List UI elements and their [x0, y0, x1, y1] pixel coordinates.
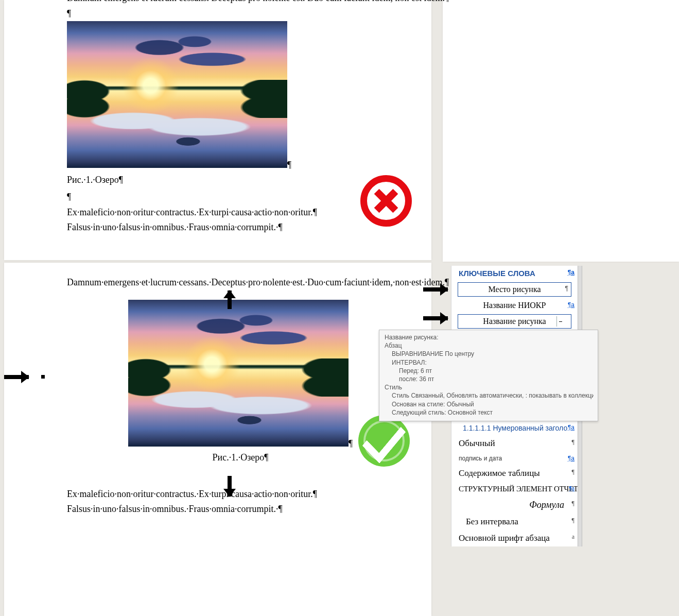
style-item-normal[interactable]: Обычный ¶ [451, 435, 578, 452]
paragraph-text: Damnum·emergens·et·lucrum·cessans.·Decep… [67, 275, 414, 290]
paragraph-text: Falsus·in·uno·falsus·in·omnibus.·Fraus·o… [67, 502, 414, 517]
correct-badge-icon [358, 415, 410, 467]
style-label: Формула [529, 500, 564, 510]
tooltip-line: Следующий стиль: Основной текст [385, 408, 594, 417]
indent-marker-dot [41, 375, 45, 379]
style-item-numbered-h5[interactable]: 1.1.1.1.1 Нумерованный заголо ¶a [451, 421, 578, 435]
arrow-left-indent [4, 375, 29, 379]
style-item-no-spacing[interactable]: Без интервала ¶ [451, 514, 578, 530]
style-item-image-place[interactable]: Место рисунка ¶ [451, 281, 578, 298]
style-label: подпись и дата [459, 455, 502, 462]
style-item-image-caption[interactable]: Название рисунка [451, 313, 578, 330]
tooltip-line: после: 36 пт [385, 375, 594, 383]
tooltip-line: ИНТЕРВАЛ: [385, 358, 594, 367]
incorrect-badge-icon [360, 175, 412, 227]
style-mark-icon: a [572, 533, 574, 541]
style-mark-icon: ¶ [572, 500, 574, 507]
document-page-top: Damnum·emergens·et·lucrum·cessans.·Decep… [4, 0, 431, 260]
tooltip-line: Название рисунка: [385, 333, 594, 341]
style-label: Место рисунка [488, 285, 541, 294]
style-mark-icon: ¶ [572, 517, 574, 524]
doc-inner-bot: Damnum·emergens·et·lucrum·cessans.·Decep… [4, 263, 431, 517]
style-mark-icon: ¶a [568, 301, 574, 309]
viewport: Damnum·emergens·et·lucrum·cessans.·Decep… [0, 0, 679, 616]
style-label: Без интервала [466, 517, 518, 526]
paragraph-text: Damnum·emergens·et·lucrum·cessans.·Decep… [67, 0, 414, 6]
style-item-keywords[interactable]: КЛЮЧЕВЫЕ СЛОВА ¶a [451, 266, 578, 281]
style-mark-icon: ¶ [572, 468, 574, 476]
style-mark-icon: ¶a [569, 485, 574, 492]
style-item-sign-date[interactable]: подпись и дата ¶a [451, 452, 578, 465]
figure-container-top: ¶ [67, 21, 414, 170]
paragraph-mark: ¶ [287, 160, 291, 170]
style-item-niokr-title[interactable]: Название НИОКР ¶a [451, 298, 578, 313]
tooltip-line: ВЫРАВНИВАНИЕ По центру [385, 350, 594, 358]
style-mark-icon: ¶ [572, 438, 574, 446]
style-mark-icon: ¶a [568, 424, 574, 431]
style-label: СТРУКТУРНЫЙ ЭЛЕМЕНТ ОТЧЕТА [459, 485, 578, 493]
style-item-formula[interactable]: Формула ¶ [451, 497, 578, 514]
tooltip-line: Стиль Связанный, Обновлять автоматически… [385, 391, 594, 400]
style-label: Основной шрифт абзаца [459, 533, 550, 543]
tooltip-line: Основан на стиле: Обычный [385, 400, 594, 408]
style-mark-icon: ¶a [568, 269, 574, 276]
lake-image[interactable] [67, 21, 287, 168]
paragraph-text: Falsus·in·uno·falsus·in·omnibus.·Fraus·o… [67, 220, 414, 235]
style-label: Обычный [459, 438, 495, 448]
arrow-to-style-caption [423, 316, 448, 320]
style-label: Название НИОКР [458, 299, 571, 312]
arrow-before-spacing [228, 290, 232, 309]
tooltip-line: Стиль [385, 383, 594, 391]
style-mark-icon: ¶a [568, 455, 574, 462]
style-label: Название рисунка [483, 317, 546, 326]
figure-caption-top: Рис.·1.·Озеро¶ [67, 175, 414, 185]
lake-image[interactable] [128, 300, 349, 447]
style-box: Место рисунка [458, 282, 571, 297]
tooltip-line: Перед: 6 пт [385, 367, 594, 375]
style-label: Содержимое таблицы [459, 468, 540, 478]
style-box-dropdown[interactable]: Название рисунка [458, 314, 571, 329]
style-item-struct-element[interactable]: СТРУКТУРНЫЙ ЭЛЕМЕНТ ОТЧЕТА ¶a [451, 482, 578, 497]
tooltip-line: Абзац [385, 341, 594, 350]
arrow-after-spacing [228, 476, 232, 497]
style-mark-icon: ¶ [565, 285, 568, 292]
arrow-to-style-place [423, 287, 448, 292]
paragraph-empty: ¶ [67, 6, 414, 22]
right-blank-area [443, 0, 679, 262]
style-item-default-font[interactable]: Основной шрифт абзаца a [451, 530, 578, 546]
style-label: 1.1.1.1.1 Нумерованный заголо [463, 424, 567, 432]
style-label: КЛЮЧЕВЫЕ СЛОВА [459, 269, 535, 278]
style-tooltip: Название рисунка: Абзац ВЫРАВНИВАНИЕ По … [379, 330, 598, 421]
paragraph-mark: ¶ [349, 438, 353, 449]
style-item-table-content[interactable]: Содержимое таблицы ¶ [451, 465, 578, 482]
paragraph-text: Ex·maleficio·non·oritur·contractus.·Ex·t… [67, 487, 414, 502]
